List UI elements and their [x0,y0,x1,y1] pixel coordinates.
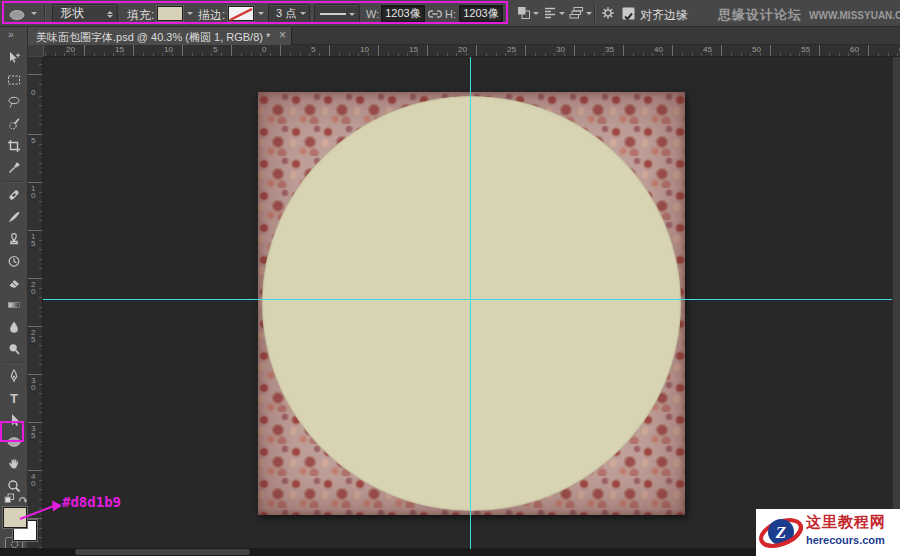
left-ruler-label: 30 [31,377,39,391]
solid-line-icon [320,13,346,15]
top-ruler-label: 5 [311,45,315,54]
top-ruler-label: 20 [458,45,467,54]
top-ruler-label: 30 [556,45,565,54]
top-ruler-label: 40 [654,45,663,54]
vertical-guide[interactable] [470,57,471,549]
tool-rectangular-marquee[interactable] [0,69,28,91]
path-alignment-dropdown-arrow[interactable] [559,12,565,18]
top-ruler-label: 60 [850,45,859,54]
zoom-icon [7,479,21,493]
history-brush-icon [7,254,21,268]
top-ruler-label: 55 [801,45,810,54]
toolbar-divider [3,362,24,363]
top-ruler-label: 25 [507,45,516,54]
site-name: 这里教程网 [806,513,886,532]
left-ruler-label: 35 [31,425,39,439]
separator [44,4,45,23]
align-edges-checkbox[interactable] [622,7,635,20]
tool-preset-button[interactable] [8,7,26,25]
vertical-scrollbar[interactable] [892,57,900,548]
document-tab[interactable]: 美味面包圈字体.psd @ 40.3% (椭圆 1, RGB/8) * × [28,27,292,45]
stroke-type-select[interactable] [314,4,360,23]
missyuan-watermark-cn: 思缘设计论坛 [718,7,802,22]
tool-spot-healing-brush[interactable] [0,184,28,206]
align-edges-label: 对齐边缘 [640,7,688,24]
ruler-origin-box[interactable] [28,45,44,57]
mode-updown-arrows [107,8,113,21]
top-ruler-label: 15 [409,45,418,54]
options-bar: 形状 填充: 描边: 3 点 W: 1203像 H: 1203像 [0,0,900,27]
check-icon [623,11,634,22]
toolbar-divider [3,181,24,182]
ellipse-shape-layer [262,96,681,511]
path-operations-icon[interactable] [517,6,531,20]
separator [594,4,595,23]
tools-panel-collapse[interactable]: » [0,27,28,45]
marquee-icon [7,73,21,87]
ellipse-tool-preset-icon [8,9,26,21]
tool-gradient[interactable] [0,294,28,316]
move-icon [7,51,21,65]
tool-lasso[interactable] [0,91,28,113]
toolbar: T [0,45,28,556]
horizontal-scrollbar-thumb[interactable] [75,549,250,555]
tool-eyedropper[interactable] [0,157,28,179]
tool-quick-selection[interactable] [0,113,28,135]
width-label: W: [366,8,379,20]
path-alignment-icon[interactable] [543,6,557,20]
horizontal-guide[interactable] [43,299,892,300]
path-arrangement-icon[interactable] [569,6,584,20]
tool-type[interactable]: T [0,387,28,409]
fill-color-swatch[interactable] [157,6,183,21]
tool-eraser[interactable] [0,272,28,294]
shape-height-input[interactable]: 1203像 [459,5,503,22]
default-colors-icon[interactable] [4,493,15,504]
document-canvas[interactable] [258,92,685,515]
link-dimensions-icon[interactable] [428,9,442,19]
tool-pen[interactable] [0,365,28,387]
fill-dropdown-arrow[interactable] [187,12,193,18]
fill-label: 填充: [127,7,154,24]
stroke-width-dropdown-arrow[interactable] [300,12,306,18]
top-ruler-label: 50 [752,45,761,54]
left-ruler-label: 10 [31,185,39,199]
svg-text:Z: Z [775,523,786,542]
dodge-icon [7,342,21,356]
left-ruler-label: 5 [31,137,39,144]
left-ruler[interactable]: 05101520253035404550 [28,57,43,549]
left-ruler-label: 0 [31,89,39,96]
shape-width-input[interactable]: 1203像 [381,5,425,22]
gear-icon[interactable] [601,6,615,20]
top-ruler-label: 0 [262,45,266,54]
annotation-foreground-hex-label: #d8d1b9 [62,494,121,510]
tool-blur[interactable] [0,316,28,338]
brush-icon [7,210,21,224]
path-operations-dropdown-arrow[interactable] [533,12,539,18]
tool-mode-select[interactable]: 形状 [52,4,118,23]
herecours-logo: Z 这里教程网 herecours.com [756,509,900,556]
tool-move[interactable] [0,47,28,69]
tool-hand[interactable] [0,453,28,475]
top-ruler[interactable]: 201510505101520253035404550556065 [28,45,900,57]
tool-dodge[interactable] [0,338,28,360]
missyuan-watermark: 思缘设计论坛WWW.MISSYUAN.COM [718,5,900,24]
top-ruler-label: 35 [605,45,614,54]
left-ruler-label: 40 [31,473,39,487]
annotation-arrow [16,498,66,524]
tool-clone-stamp[interactable] [0,228,28,250]
tab-bar: » 美味面包圈字体.psd @ 40.3% (椭圆 1, RGB/8) * × [0,27,900,45]
top-ruler-label: 10 [164,45,173,54]
path-arrangement-dropdown-arrow[interactable] [586,12,592,18]
site-url: herecours.com [806,534,886,546]
left-ruler-label: 20 [31,281,39,295]
stroke-dropdown-arrow[interactable] [258,12,264,18]
stroke-color-swatch[interactable] [228,6,254,21]
tool-crop[interactable] [0,135,28,157]
hand-icon [7,457,21,471]
tool-history-brush[interactable] [0,250,28,272]
tool-preset-dropdown-arrow[interactable] [31,12,37,18]
top-ruler-label: 45 [703,45,712,54]
no-stroke-icon [229,8,253,21]
tool-brush[interactable] [0,206,28,228]
tab-close-icon[interactable]: × [279,28,286,42]
